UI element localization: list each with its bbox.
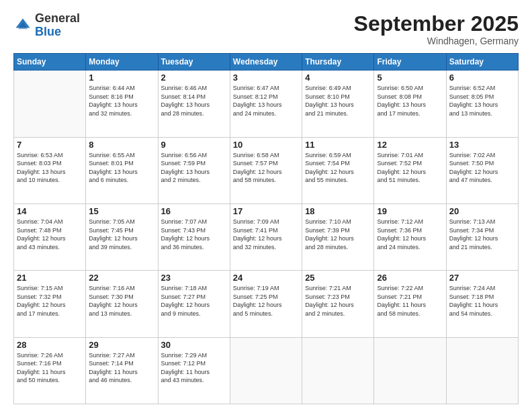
calendar-week-row-2: 14Sunrise: 7:04 AMSunset: 7:48 PMDayligh… <box>14 203 519 270</box>
calendar-cell: 19Sunrise: 7:12 AMSunset: 7:36 PMDayligh… <box>374 203 446 270</box>
calendar-cell: 16Sunrise: 7:07 AMSunset: 7:43 PMDayligh… <box>158 203 230 270</box>
day-info: Sunrise: 7:09 AMSunset: 7:41 PMDaylight:… <box>233 218 299 251</box>
calendar-cell <box>302 337 374 404</box>
day-number: 18 <box>305 206 371 216</box>
calendar-week-row-0: 1Sunrise: 6:44 AMSunset: 8:16 PMDaylight… <box>14 71 519 137</box>
day-number: 10 <box>233 140 299 150</box>
calendar-cell: 11Sunrise: 6:59 AMSunset: 7:54 PMDayligh… <box>302 137 374 203</box>
calendar-cell: 28Sunrise: 7:26 AMSunset: 7:16 PMDayligh… <box>14 337 86 404</box>
calendar-week-row-1: 7Sunrise: 6:53 AMSunset: 8:03 PMDaylight… <box>14 137 519 203</box>
day-info: Sunrise: 6:46 AMSunset: 8:14 PMDaylight:… <box>161 84 227 118</box>
day-info: Sunrise: 7:05 AMSunset: 7:45 PMDaylight:… <box>89 218 154 251</box>
col-monday: Monday <box>86 54 158 71</box>
calendar-cell: 7Sunrise: 6:53 AMSunset: 8:03 PMDaylight… <box>14 137 86 203</box>
calendar-cell: 9Sunrise: 6:56 AMSunset: 7:59 PMDaylight… <box>158 137 230 203</box>
col-saturday: Saturday <box>446 54 518 71</box>
calendar-cell: 29Sunrise: 7:27 AMSunset: 7:14 PMDayligh… <box>86 337 158 404</box>
day-number: 22 <box>89 273 154 283</box>
calendar-cell <box>446 337 518 404</box>
calendar-cell: 5Sunrise: 6:50 AMSunset: 8:08 PMDaylight… <box>374 71 446 137</box>
day-number: 30 <box>161 340 227 350</box>
calendar-cell: 10Sunrise: 6:58 AMSunset: 7:57 PMDayligh… <box>230 137 302 203</box>
calendar-cell: 21Sunrise: 7:15 AMSunset: 7:32 PMDayligh… <box>14 271 86 337</box>
col-sunday: Sunday <box>14 54 86 71</box>
day-number: 27 <box>449 273 515 283</box>
day-info: Sunrise: 7:16 AMSunset: 7:30 PMDaylight:… <box>89 284 154 318</box>
day-number: 4 <box>305 73 371 83</box>
day-number: 7 <box>17 140 83 150</box>
col-tuesday: Tuesday <box>158 54 230 71</box>
calendar-cell: 2Sunrise: 6:46 AMSunset: 8:14 PMDaylight… <box>158 71 230 137</box>
day-number: 26 <box>377 273 443 283</box>
day-number: 21 <box>17 273 83 283</box>
calendar-cell: 24Sunrise: 7:19 AMSunset: 7:25 PMDayligh… <box>230 271 302 337</box>
calendar-cell <box>374 337 446 404</box>
calendar-cell: 4Sunrise: 6:49 AMSunset: 8:10 PMDaylight… <box>302 71 374 137</box>
day-number: 2 <box>161 73 227 83</box>
day-number: 1 <box>89 73 154 83</box>
calendar-week-row-4: 28Sunrise: 7:26 AMSunset: 7:16 PMDayligh… <box>14 337 519 404</box>
calendar-cell: 17Sunrise: 7:09 AMSunset: 7:41 PMDayligh… <box>230 203 302 270</box>
calendar-cell: 23Sunrise: 7:18 AMSunset: 7:27 PMDayligh… <box>158 271 230 337</box>
day-info: Sunrise: 6:49 AMSunset: 8:10 PMDaylight:… <box>305 84 371 118</box>
calendar-cell: 22Sunrise: 7:16 AMSunset: 7:30 PMDayligh… <box>86 271 158 337</box>
calendar-cell: 26Sunrise: 7:22 AMSunset: 7:21 PMDayligh… <box>374 271 446 337</box>
day-info: Sunrise: 7:21 AMSunset: 7:23 PMDaylight:… <box>305 284 371 318</box>
calendar-cell: 8Sunrise: 6:55 AMSunset: 8:01 PMDaylight… <box>86 137 158 203</box>
day-info: Sunrise: 6:58 AMSunset: 7:57 PMDaylight:… <box>233 151 299 185</box>
col-wednesday: Wednesday <box>230 54 302 71</box>
day-number: 25 <box>305 273 371 283</box>
calendar-table: Sunday Monday Tuesday Wednesday Thursday… <box>13 53 519 404</box>
location: Windhagen, Germany <box>354 36 519 46</box>
calendar-cell: 1Sunrise: 6:44 AMSunset: 8:16 PMDaylight… <box>86 71 158 137</box>
calendar-cell: 13Sunrise: 7:02 AMSunset: 7:50 PMDayligh… <box>446 137 518 203</box>
header: General Blue September 2025 Windhagen, G… <box>13 12 519 46</box>
calendar-cell: 15Sunrise: 7:05 AMSunset: 7:45 PMDayligh… <box>86 203 158 270</box>
calendar-cell: 25Sunrise: 7:21 AMSunset: 7:23 PMDayligh… <box>302 271 374 337</box>
day-info: Sunrise: 7:29 AMSunset: 7:12 PMDaylight:… <box>161 351 227 385</box>
day-info: Sunrise: 7:26 AMSunset: 7:16 PMDaylight:… <box>17 351 83 385</box>
day-info: Sunrise: 6:44 AMSunset: 8:16 PMDaylight:… <box>89 84 154 118</box>
day-info: Sunrise: 7:04 AMSunset: 7:48 PMDaylight:… <box>17 218 83 251</box>
calendar-cell <box>230 337 302 404</box>
day-number: 15 <box>89 206 154 216</box>
day-info: Sunrise: 6:53 AMSunset: 8:03 PMDaylight:… <box>17 151 83 185</box>
logo-general: General <box>35 11 80 25</box>
day-info: Sunrise: 7:19 AMSunset: 7:25 PMDaylight:… <box>233 284 299 318</box>
calendar-cell: 3Sunrise: 6:47 AMSunset: 8:12 PMDaylight… <box>230 71 302 137</box>
calendar-cell: 14Sunrise: 7:04 AMSunset: 7:48 PMDayligh… <box>14 203 86 270</box>
calendar-week-row-3: 21Sunrise: 7:15 AMSunset: 7:32 PMDayligh… <box>14 271 519 337</box>
day-info: Sunrise: 6:50 AMSunset: 8:08 PMDaylight:… <box>377 84 443 118</box>
day-number: 5 <box>377 73 443 83</box>
day-number: 11 <box>305 140 371 150</box>
day-info: Sunrise: 7:12 AMSunset: 7:36 PMDaylight:… <box>377 218 443 251</box>
day-info: Sunrise: 7:18 AMSunset: 7:27 PMDaylight:… <box>161 284 227 318</box>
day-number: 6 <box>449 73 515 83</box>
calendar-cell: 6Sunrise: 6:52 AMSunset: 8:05 PMDaylight… <box>446 71 518 137</box>
day-number: 3 <box>233 73 299 83</box>
calendar-cell: 27Sunrise: 7:24 AMSunset: 7:18 PMDayligh… <box>446 271 518 337</box>
title-block: September 2025 Windhagen, Germany <box>354 12 519 46</box>
day-info: Sunrise: 7:10 AMSunset: 7:39 PMDaylight:… <box>305 218 371 251</box>
day-number: 9 <box>161 140 227 150</box>
calendar-cell: 18Sunrise: 7:10 AMSunset: 7:39 PMDayligh… <box>302 203 374 270</box>
day-info: Sunrise: 7:07 AMSunset: 7:43 PMDaylight:… <box>161 218 227 251</box>
day-number: 23 <box>161 273 227 283</box>
logo-blue: Blue <box>35 25 61 38</box>
day-number: 8 <box>89 140 154 150</box>
day-number: 13 <box>449 140 515 150</box>
day-info: Sunrise: 7:27 AMSunset: 7:14 PMDaylight:… <box>89 351 154 385</box>
logo: General Blue <box>13 12 80 39</box>
day-number: 17 <box>233 206 299 216</box>
col-friday: Friday <box>374 54 446 71</box>
logo-text: General Blue <box>35 12 80 39</box>
day-info: Sunrise: 6:47 AMSunset: 8:12 PMDaylight:… <box>233 84 299 118</box>
calendar-cell: 12Sunrise: 7:01 AMSunset: 7:52 PMDayligh… <box>374 137 446 203</box>
day-info: Sunrise: 6:52 AMSunset: 8:05 PMDaylight:… <box>449 84 515 118</box>
day-info: Sunrise: 6:59 AMSunset: 7:54 PMDaylight:… <box>305 151 371 185</box>
calendar-cell: 30Sunrise: 7:29 AMSunset: 7:12 PMDayligh… <box>158 337 230 404</box>
day-info: Sunrise: 7:24 AMSunset: 7:18 PMDaylight:… <box>449 284 515 318</box>
calendar-cell: 20Sunrise: 7:13 AMSunset: 7:34 PMDayligh… <box>446 203 518 270</box>
logo-icon <box>13 16 32 35</box>
day-number: 29 <box>89 340 154 350</box>
